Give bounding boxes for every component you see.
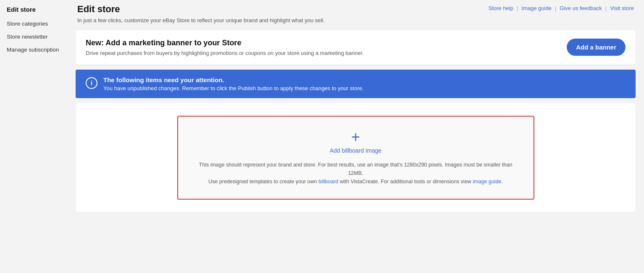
upload-hint-line2-prefix: Use predesigned templates to create your… [208, 179, 318, 185]
upload-hint-line2-suffix: . [501, 179, 502, 185]
alert-icon: i [86, 77, 97, 89]
upload-label: Add billboard image [330, 147, 382, 154]
image-guide-link-2[interactable]: image guide [473, 179, 501, 185]
topbar-left: Edit store In just a few clicks, customi… [77, 3, 325, 23]
promo-text: New: Add a marketing banner to your Stor… [86, 39, 364, 56]
sidebar-item-store-newsletter[interactable]: Store newsletter [0, 30, 67, 43]
upload-section: + Add billboard image This image should … [76, 103, 636, 212]
main-content: Edit store In just a few clicks, customi… [67, 0, 644, 273]
billboard-link[interactable]: billboard [318, 179, 338, 185]
visit-store-link[interactable]: Visit store [610, 5, 634, 11]
upload-hint-line2-middle: with VistaCreate. For additional tools o… [338, 179, 473, 185]
upload-dropzone[interactable]: + Add billboard image This image should … [177, 116, 534, 200]
sep-1: | [517, 5, 518, 11]
topbar-right: Store help | Image guide | Give us feedb… [489, 3, 634, 11]
upload-hint: This image should represent your brand a… [195, 161, 517, 186]
page-subtitle: In just a few clicks, customize your eBa… [77, 17, 325, 23]
sep-3: | [605, 5, 607, 11]
upload-plus-icon: + [351, 130, 360, 145]
give-feedback-link[interactable]: Give us feedback [560, 5, 602, 11]
promo-description: Drive repeat purchases from buyers by hi… [86, 50, 364, 56]
add-banner-button[interactable]: Add a banner [567, 39, 626, 56]
alert-description: You have unpublished changes. Remember t… [103, 85, 364, 91]
promo-title: New: Add a marketing banner to your Stor… [86, 39, 364, 47]
topbar: Edit store In just a few clicks, customi… [67, 0, 644, 25]
promo-section: New: Add a marketing banner to your Stor… [76, 30, 636, 65]
alert-banner: i The following items need your attentio… [76, 70, 636, 98]
store-help-link[interactable]: Store help [489, 5, 513, 11]
image-guide-link[interactable]: Image guide [521, 5, 552, 11]
page-title: Edit store [77, 3, 325, 16]
alert-text: The following items need your attention.… [103, 76, 364, 91]
sidebar: Edit store Store categories Store newsle… [0, 0, 67, 273]
sidebar-item-store-categories[interactable]: Store categories [0, 17, 67, 30]
sidebar-item-manage-subscription[interactable]: Manage subscription [0, 43, 67, 56]
sep-2: | [555, 5, 556, 11]
alert-title: The following items need your attention. [103, 76, 364, 83]
sidebar-title: Edit store [0, 3, 67, 17]
upload-hint-line1: This image should represent your brand a… [199, 162, 513, 176]
